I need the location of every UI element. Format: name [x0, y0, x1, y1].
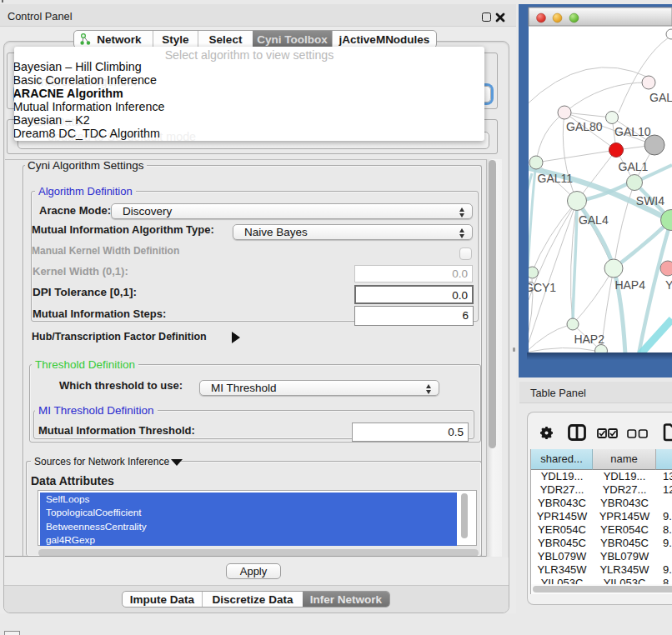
svg-text:HAP2: HAP2	[574, 332, 604, 346]
svg-text:GAL11: GAL11	[538, 172, 574, 185]
svg-text:GAL7: GAL7	[649, 91, 672, 104]
svg-text:GCY1: GCY1	[524, 281, 556, 294]
svg-text:YM: YM	[665, 278, 672, 292]
svg-text:GAL4: GAL4	[579, 213, 609, 227]
svg-text:SWI4: SWI4	[636, 194, 664, 208]
svg-text:GAL1: GAL1	[619, 160, 649, 173]
svg-text:GAL10: GAL10	[614, 125, 651, 138]
svg-text:HAP4: HAP4	[614, 278, 645, 292]
svg-text:GAL80: GAL80	[566, 120, 603, 133]
